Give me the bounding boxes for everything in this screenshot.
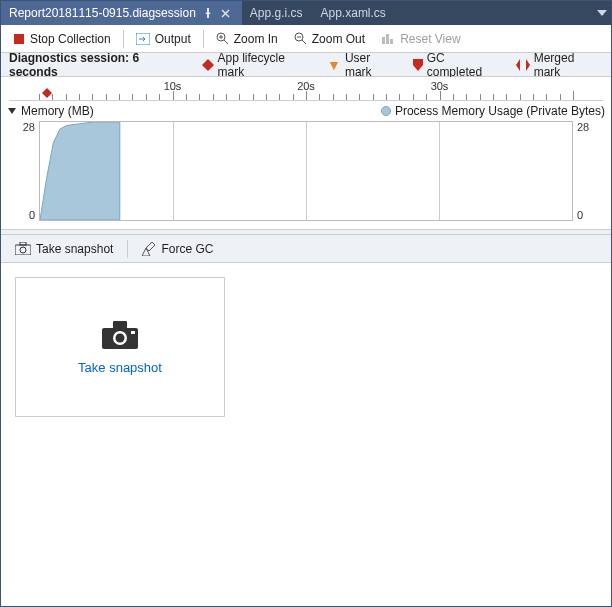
tab-label: App.g.i.cs — [250, 6, 303, 20]
gc-mark-icon — [413, 59, 423, 71]
stop-collection-button[interactable]: Stop Collection — [7, 30, 117, 48]
legend-app-lifecycle: App lifecycle mark — [202, 51, 313, 79]
memory-header-label: Memory (MB) — [21, 104, 94, 118]
ruler-tick-label: 20s — [297, 80, 315, 92]
svg-rect-5 — [386, 34, 389, 44]
collapse-icon — [7, 106, 17, 116]
series-dot-icon — [381, 106, 391, 116]
pin-icon[interactable] — [202, 7, 214, 19]
svg-rect-8 — [20, 242, 26, 245]
camera-icon — [15, 242, 31, 255]
tab-report[interactable]: Report20181115-0915.diagsession — [1, 1, 242, 25]
broom-icon — [142, 242, 156, 256]
y-axis-left: 28 0 — [9, 121, 39, 221]
stop-icon — [13, 33, 25, 45]
y-axis-right: 28 0 — [573, 121, 603, 221]
app-lifecycle-mark — [42, 88, 52, 98]
reset-view-button[interactable]: Reset View — [375, 30, 466, 48]
take-snapshot-card[interactable]: Take snapshot — [15, 277, 225, 417]
legend-gc-completed: GC completed — [413, 51, 502, 79]
svg-rect-11 — [113, 321, 127, 329]
svg-rect-6 — [390, 39, 393, 44]
time-ruler[interactable]: 10s20s30s — [9, 77, 603, 101]
svg-point-13 — [116, 333, 125, 342]
triangle-down-icon: ▼ — [327, 58, 341, 72]
memory-section-header[interactable]: Memory (MB) Process Memory Usage (Privat… — [1, 101, 611, 121]
take-snapshot-button[interactable]: Take snapshot — [9, 240, 119, 258]
output-button[interactable]: Output — [130, 30, 197, 48]
diagnostics-info-bar: Diagnostics session: 6 seconds App lifec… — [1, 53, 611, 77]
zoom-in-label: Zoom In — [234, 32, 278, 46]
output-label: Output — [155, 32, 191, 46]
merged-mark-icon — [516, 59, 530, 71]
close-icon[interactable] — [220, 7, 232, 19]
zoom-out-label: Zoom Out — [312, 32, 365, 46]
chart-plot-area — [39, 121, 573, 221]
take-snapshot-link[interactable]: Take snapshot — [78, 360, 162, 375]
reset-view-icon — [381, 33, 395, 45]
diamond-red-icon — [202, 59, 214, 71]
stop-label: Stop Collection — [30, 32, 111, 46]
svg-rect-14 — [131, 331, 135, 334]
force-gc-button[interactable]: Force GC — [136, 240, 219, 258]
zoom-in-button[interactable]: Zoom In — [210, 30, 284, 48]
action-bar: Take snapshot Force GC — [1, 235, 611, 263]
tab-bar: Report20181115-0915.diagsession App.g.i.… — [1, 1, 611, 25]
tab-app-g-i-cs[interactable]: App.g.i.cs — [242, 1, 313, 25]
snapshot-panel: Take snapshot — [1, 263, 611, 431]
svg-point-9 — [20, 247, 26, 253]
camera-large-icon — [101, 320, 139, 350]
memory-chart[interactable]: 28 0 28 0 — [9, 121, 603, 221]
tab-app-xaml-cs[interactable]: App.xaml.cs — [313, 1, 396, 25]
output-icon — [136, 33, 150, 45]
toolbar: Stop Collection Output Zoom In Zoom Out … — [1, 25, 611, 53]
session-duration: Diagnostics session: 6 seconds — [9, 51, 188, 79]
legend-merged-mark: Merged mark — [516, 51, 603, 79]
zoom-in-icon — [216, 32, 229, 45]
tab-label: Report20181115-0915.diagsession — [9, 6, 196, 20]
svg-rect-4 — [382, 37, 385, 44]
tab-overflow-menu[interactable] — [593, 1, 611, 25]
memory-series-legend: Process Memory Usage (Private Bytes) — [381, 104, 605, 118]
ruler-tick-label: 10s — [164, 80, 182, 92]
reset-view-label: Reset View — [400, 32, 460, 46]
zoom-out-button[interactable]: Zoom Out — [288, 30, 371, 48]
ruler-tick-label: 30s — [431, 80, 449, 92]
tab-label: App.xaml.cs — [321, 6, 386, 20]
zoom-out-icon — [294, 32, 307, 45]
legend-user-mark: ▼ User mark — [327, 51, 399, 79]
svg-rect-0 — [14, 34, 24, 44]
